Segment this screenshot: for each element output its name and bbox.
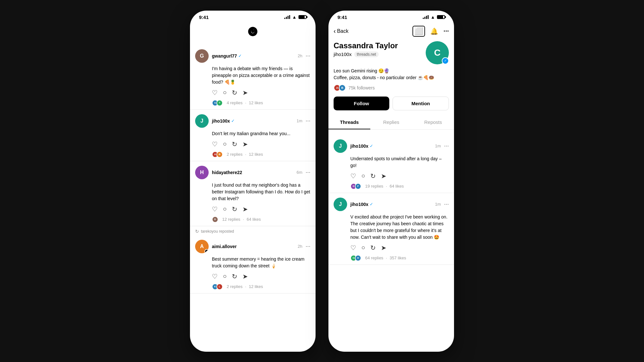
replies-2: 2 replies — [227, 152, 242, 157]
avatar-jiho100x: J — [195, 114, 209, 128]
more-post1[interactable]: ··· — [306, 52, 310, 59]
time-right: 9:41 — [337, 14, 347, 20]
like-pp2[interactable]: ♡ — [350, 244, 356, 252]
more-pp2[interactable]: ··· — [444, 201, 449, 208]
profile-actions: Follow Mention — [334, 97, 449, 110]
left-phone: 9:41 ▲ @ — [190, 11, 316, 352]
avatar-gwangurl77: G — [195, 49, 209, 63]
replies-pp1: 19 replies — [365, 184, 383, 189]
profile-header: Cassandra Taylor jiho100x threads.net C … — [328, 41, 454, 135]
likes-1: 12 likes — [249, 100, 263, 105]
username-jiho100x: jiho100x — [212, 118, 230, 124]
share-btn-2[interactable]: ➤ — [242, 140, 248, 148]
actions-pp2: ♡ ○ ↻ ➤ — [350, 244, 449, 252]
like-btn-2[interactable]: ♡ — [212, 140, 218, 148]
more-post2[interactable]: ··· — [306, 117, 310, 124]
back-arrow-icon: ‹ — [334, 27, 336, 35]
repost-pp1[interactable]: ↻ — [370, 172, 376, 180]
post-4-user: A + aimi.allover — [195, 240, 237, 253]
post-4-actions: ♡ ○ ↻ ➤ — [212, 273, 310, 280]
tab-threads[interactable]: Threads — [328, 116, 370, 129]
status-bar-right: 9:41 ▲ — [328, 11, 454, 23]
signal-icon — [284, 15, 290, 19]
time-pp2: 1m — [435, 202, 441, 207]
profile-post-2-user: J jiho100x ✓ — [334, 198, 373, 211]
verified-pp2: ✓ — [370, 202, 373, 207]
avatar-jiho-pp2: J — [334, 198, 347, 211]
replies-3: 12 replies — [222, 217, 240, 222]
repost-btn-3[interactable]: ↻ — [232, 205, 237, 213]
like-btn-1[interactable]: ♡ — [212, 89, 218, 97]
share-btn-1[interactable]: ➤ — [242, 89, 248, 97]
like-btn-4[interactable]: ♡ — [212, 273, 218, 280]
post-4-header: A + aimi.allover 2h ··· — [195, 240, 310, 253]
like-btn-3[interactable]: ♡ — [212, 205, 218, 213]
replies-pp2: 64 replies — [365, 255, 383, 260]
back-button[interactable]: ‹ Back — [334, 27, 348, 35]
share-btn-4[interactable]: ➤ — [242, 273, 248, 280]
more-options-icon[interactable]: ··· — [443, 27, 449, 35]
text-pp2: V excited about the project I've been wo… — [350, 214, 449, 241]
profile-post-2-header: J jiho100x ✓ 1m ··· — [334, 198, 449, 211]
post-2-text: Don't let my Italian grandma hear you... — [212, 130, 310, 137]
stats-avatars-3: D — [212, 216, 218, 223]
repost-btn-4[interactable]: ↻ — [232, 273, 237, 280]
right-phone: 9:41 ▲ ‹ Back ⬜ 🔔 ··· — [328, 11, 454, 352]
notifications-icon[interactable]: 🔔 — [430, 27, 438, 35]
svg-text:@: @ — [251, 29, 255, 34]
repost-pp2[interactable]: ↻ — [370, 244, 376, 252]
more-post3[interactable]: ··· — [306, 169, 310, 176]
status-icons-left: ▲ — [284, 14, 307, 20]
post-1-user: G gwangurl77 ✓ — [195, 49, 242, 63]
share-pp2[interactable]: ➤ — [381, 244, 386, 252]
more-pp1[interactable]: ··· — [444, 143, 449, 149]
post-4-wrapper: ↻ tarekoyou reposted A + aimi.allove — [190, 226, 316, 293]
repost-label: tarekoyou reposted — [201, 229, 234, 234]
time-post1: 2h — [298, 53, 302, 58]
repost-btn-1[interactable]: ↻ — [232, 89, 237, 97]
share-pp1[interactable]: ➤ — [381, 172, 386, 180]
verified-jiho100x: ✓ — [231, 118, 235, 123]
more-post4[interactable]: ··· — [306, 243, 310, 250]
share-btn-3[interactable]: ➤ — [242, 205, 248, 213]
comment-btn-3[interactable]: ○ — [223, 205, 227, 213]
repost-btn-2[interactable]: ↻ — [232, 140, 237, 148]
post-3-actions: ♡ ○ ↻ ➤ — [212, 205, 310, 213]
like-pp1[interactable]: ♡ — [350, 172, 356, 180]
post-1: G gwangurl77 ✓ 2h ··· — [190, 45, 316, 110]
repost-indicator: ↻ tarekoyou reposted — [190, 226, 316, 235]
time-post4: 2h — [298, 244, 302, 249]
verified-pp1: ✓ — [370, 144, 373, 148]
battery-icon — [298, 15, 307, 19]
comment-btn-2[interactable]: ○ — [223, 140, 227, 148]
replies-1: 4 replies — [227, 100, 242, 105]
tab-replies[interactable]: Replies — [370, 116, 412, 129]
bio-line2: Coffee, pizza, donuts - no particular or… — [334, 74, 449, 81]
comment-btn-4[interactable]: ○ — [223, 273, 227, 280]
stats-avatars-4: K L — [212, 283, 223, 290]
likes-3: 64 likes — [247, 217, 261, 222]
post-1-stats: S T 4 replies · 12 likes — [212, 100, 310, 106]
comment-btn-1[interactable]: ○ — [223, 89, 227, 97]
stats-pp1: E F 19 replies · 64 likes — [350, 183, 449, 190]
profile-post-1-user: J jiho100x ✓ — [334, 139, 373, 153]
username-pp1: jiho100x — [350, 144, 368, 149]
time-left: 9:41 — [199, 14, 209, 20]
comment-pp1[interactable]: ○ — [361, 172, 365, 180]
post-1-body: I'm having a debate with my friends — is… — [195, 65, 310, 106]
avatar-hidaya: H — [195, 166, 209, 179]
bio-line1: Leo sun Gemini rising 😏🔮 — [334, 68, 449, 74]
mention-button[interactable]: Mention — [393, 97, 449, 110]
status-icons-right: ▲ — [423, 14, 445, 20]
post-3-body: I just found out that my neighbor's dog … — [195, 182, 310, 223]
follow-button[interactable]: Follow — [334, 97, 389, 110]
time-pp1: 1m — [435, 144, 441, 148]
username-pp2: jiho100x — [350, 202, 368, 207]
instagram-icon[interactable]: ⬜ — [412, 26, 425, 37]
tab-reposts[interactable]: Reposts — [412, 116, 454, 129]
post-4-text: Best summer memory = hearing the ice cre… — [212, 256, 310, 269]
time-post3: 6m — [297, 170, 302, 175]
post-4-stats: K L 2 replies · 12 likes — [212, 283, 310, 290]
comment-pp2[interactable]: ○ — [361, 244, 365, 252]
post-2-header: J jiho100x ✓ 1m ··· — [195, 114, 310, 128]
